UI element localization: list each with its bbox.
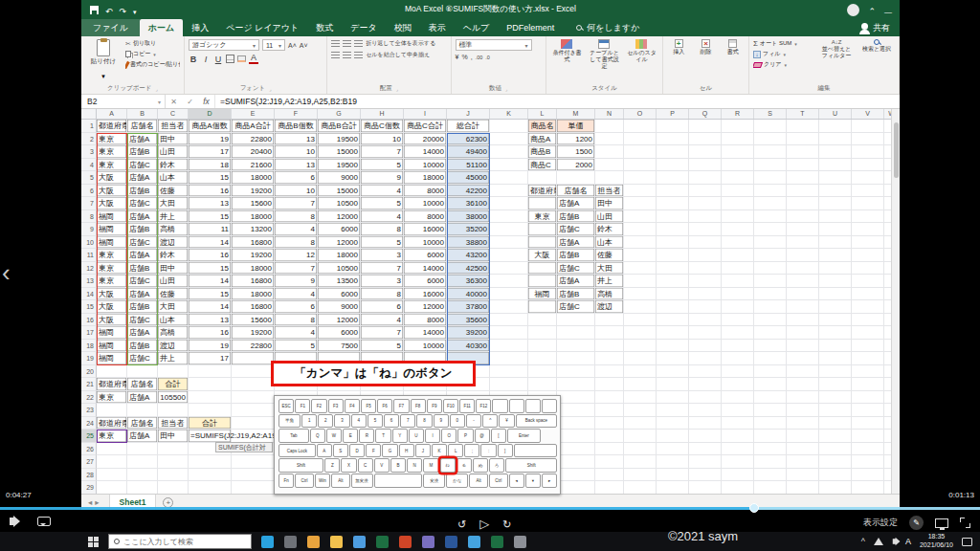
cell-E21[interactable] [232, 378, 275, 391]
cell-O22[interactable] [624, 391, 657, 405]
cell-U10[interactable] [819, 236, 852, 250]
percent-icon[interactable]: % [461, 54, 467, 60]
cell-O27[interactable] [624, 455, 657, 469]
cell-Q19[interactable] [689, 352, 722, 365]
cell-L5[interactable] [528, 171, 557, 185]
row-header-17[interactable]: 17 [81, 326, 97, 340]
cell-R25[interactable] [722, 430, 754, 443]
cell-C15[interactable]: 大田 [158, 300, 189, 314]
cell-P16[interactable] [657, 314, 689, 327]
cell-V10[interactable] [852, 236, 884, 250]
cell-E6[interactable]: 19200 [232, 185, 275, 198]
cell-D24[interactable]: 合計 [189, 417, 232, 430]
cell-F14[interactable]: 4 [275, 288, 318, 301]
cell-C29[interactable] [158, 481, 189, 494]
cell-A24[interactable]: 都道府県 [97, 417, 127, 430]
cell-Q12[interactable] [689, 262, 722, 276]
cell-V13[interactable] [852, 275, 884, 288]
cell-G3[interactable]: 15000 [318, 145, 361, 159]
cell-O18[interactable] [624, 340, 657, 353]
cell-S28[interactable] [754, 469, 787, 482]
cell-T9[interactable] [787, 223, 819, 236]
cell-T16[interactable] [787, 314, 819, 327]
cell-E2[interactable]: 22800 [232, 133, 275, 146]
cell-M7[interactable]: 店舗A [557, 197, 595, 210]
cell-S22[interactable] [754, 391, 787, 405]
cell-J18[interactable]: 40300 [447, 340, 490, 353]
cell-P14[interactable] [657, 288, 689, 301]
cell-G2[interactable]: 19500 [318, 133, 361, 146]
cell-K13[interactable] [490, 275, 528, 288]
row-header-26[interactable]: 26 [81, 443, 97, 456]
cell-N24[interactable] [595, 417, 624, 430]
cell-L12[interactable] [528, 262, 557, 276]
cell-M17[interactable] [557, 326, 595, 340]
taskbar-app-icon-7[interactable] [422, 536, 434, 548]
cell-K9[interactable] [490, 223, 528, 236]
cell-D8[interactable]: 15 [189, 210, 232, 224]
cell-P23[interactable] [657, 404, 689, 417]
cell-O5[interactable] [624, 171, 657, 185]
cell-E28[interactable] [232, 469, 275, 482]
cell-G11[interactable]: 18000 [318, 249, 361, 262]
align-top-icon[interactable] [331, 40, 340, 48]
cell-K17[interactable] [490, 326, 528, 340]
cell-M24[interactable] [557, 417, 595, 430]
cell-P15[interactable] [657, 300, 689, 314]
column-header-T[interactable]: T [787, 109, 819, 119]
cell-D22[interactable] [189, 391, 232, 405]
cell-C5[interactable]: 山本 [158, 171, 189, 185]
cell-M2[interactable]: 1200 [557, 133, 595, 146]
cell-B3[interactable]: 店舗B [127, 145, 158, 159]
cell-A18[interactable]: 福岡 [97, 340, 127, 353]
column-header-A[interactable]: A [97, 109, 127, 119]
cell-O12[interactable] [624, 262, 657, 276]
cell-M4[interactable]: 2000 [557, 159, 595, 172]
cell-K14[interactable] [490, 288, 528, 301]
cell-G14[interactable]: 6000 [318, 288, 361, 301]
cell-R13[interactable] [722, 275, 754, 288]
cell-T11[interactable] [787, 249, 819, 262]
cell-F7[interactable]: 7 [275, 197, 318, 210]
cell-V15[interactable] [852, 300, 884, 314]
qat-dropdown-icon[interactable] [133, 1, 137, 18]
cell-A15[interactable]: 大阪 [97, 300, 127, 314]
cell-C24[interactable]: 担当者 [158, 417, 189, 430]
cell-W24[interactable] [884, 417, 891, 430]
cell-W14[interactable] [884, 288, 891, 301]
cell-E22[interactable] [232, 391, 275, 405]
taskbar-app-icon-6[interactable] [399, 536, 412, 548]
cell-Q28[interactable] [689, 469, 722, 482]
cell-P29[interactable] [657, 481, 689, 494]
sort-filter-button[interactable]: 並べ替えとフィルター [818, 39, 855, 82]
cell-S19[interactable] [754, 352, 787, 365]
cell-M1[interactable]: 単価 [557, 120, 595, 133]
cell-B13[interactable]: 店舗C [127, 275, 158, 288]
cell-E10[interactable]: 16800 [232, 236, 275, 250]
cell-V21[interactable] [852, 378, 884, 391]
cell-U21[interactable] [819, 378, 852, 391]
cell-W26[interactable] [884, 443, 891, 456]
cell-M9[interactable]: 店舗C [557, 223, 595, 236]
align-middle-icon[interactable] [343, 40, 351, 48]
cell-W17[interactable] [884, 326, 891, 340]
cell-S14[interactable] [754, 288, 787, 301]
cell-L13[interactable] [528, 275, 557, 288]
cell-N10[interactable]: 山本 [595, 236, 624, 250]
cell-B16[interactable]: 店舗C [127, 314, 158, 327]
cell-M28[interactable] [557, 469, 595, 482]
cell-V19[interactable] [852, 352, 884, 365]
cell-T14[interactable] [787, 288, 819, 301]
taskbar-app-icon-8[interactable] [445, 536, 457, 548]
cell-B27[interactable] [127, 455, 158, 469]
cell-I11[interactable]: 6000 [404, 249, 447, 262]
cell-A21[interactable]: 都道府県 [97, 378, 127, 391]
cell-H15[interactable]: 6 [361, 300, 404, 314]
cell-Q24[interactable] [689, 417, 722, 430]
cell-A26[interactable] [97, 443, 127, 456]
cell-K12[interactable] [490, 262, 528, 276]
taskbar-app-icon-2[interactable] [307, 536, 320, 548]
cell-U19[interactable] [819, 352, 852, 365]
cell-S10[interactable] [754, 236, 787, 250]
cell-R27[interactable] [722, 455, 754, 469]
